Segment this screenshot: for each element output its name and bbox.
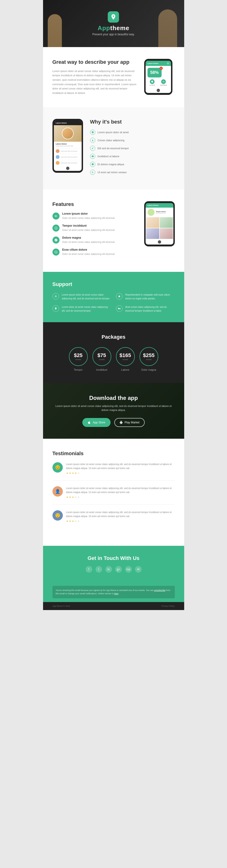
phone-home-btn-why [66, 167, 69, 170]
testimonial-avatar-1: 😊 [53, 462, 63, 473]
phone-img-screen: Labore Dolore Labore Dolore Lorem ipsum … [53, 119, 83, 173]
phone-screen: Labore Dolore 58% + [145, 61, 171, 93]
why-item-text-4: Incididunt ut labore [98, 155, 120, 158]
hero-subtitle: Present your app in beautiful way. [92, 33, 135, 36]
testimonials-section: Testimonials 😊 Lorem ipsum dolor sit ame… [43, 439, 184, 546]
why-item-text-1: Lorem ipsum dolor sit amet [98, 131, 129, 134]
stars-1: ★★★★★ [66, 472, 175, 475]
footer-copy: App theme © 2015. [53, 605, 71, 607]
testimonial-text-3: Lorem ipsum dolor sit amet conse ctatur … [66, 510, 175, 523]
phone-icon-item-1: ACTIVATE [150, 79, 155, 86]
why-item-5: Et dolore magna aliqua [90, 162, 175, 167]
feature-list-avatar [148, 209, 155, 216]
phone-content-area: 58% + ACTIVATE [145, 66, 171, 88]
playmarket-button[interactable]: Play Market [114, 418, 145, 427]
list-avatar-3 [56, 161, 60, 165]
testimonial-text-2: Lorem ipsum dolor sit amet conse ctatur … [66, 486, 175, 499]
hero-content: Apptheme Present your app in beautiful w… [92, 11, 135, 36]
why-heading: Why it's best [90, 119, 175, 125]
testimonial-avatar-2: 👤 [53, 486, 63, 497]
phone-list-item-2: Lorem ipsum dolor sit amet text [54, 154, 82, 160]
star-1-4: ★ [74, 472, 77, 475]
feature-body-2: Dolor sit amet conse ctatur adipiscing e… [62, 228, 115, 232]
icon-label-2: MAIN MENU [160, 85, 167, 86]
star-2-2: ★ [69, 496, 71, 499]
social-icons: f t in g+ rss ✉ [53, 566, 175, 572]
support-icon-4 [116, 305, 123, 312]
hero-person-right [158, 9, 177, 47]
great-body: Lorem ipsum dolor sit amet conse ctetur … [53, 69, 137, 95]
great-section: Great way to describe your app Lorem ips… [43, 47, 184, 107]
rss-icon[interactable]: rss [125, 566, 132, 572]
stars-3: ★★★★★ [66, 520, 175, 523]
package-period-4: /month [146, 359, 152, 361]
photo-cell-2 [160, 217, 173, 228]
photo-cell-3 [146, 228, 159, 239]
package-circle-2: $75 /month [92, 347, 111, 366]
linkedin-icon[interactable]: in [105, 566, 112, 572]
package-price-1: $25 [74, 352, 83, 359]
testimonial-item-3: 🙂 Lorem ipsum dolor sit amet conse ctatu… [53, 510, 175, 528]
android-icon [120, 421, 123, 424]
phone-img-header: Labore Dolore [54, 121, 82, 125]
feature-text-2: Tempor incididunt Dolor sit amet conse c… [62, 224, 115, 232]
privacy-policy-link[interactable]: Privacy Policy [161, 605, 174, 607]
star-1-3: ★ [72, 472, 74, 475]
feature-item-4: Esse cillum dolore Dolor sit amet conse … [53, 248, 137, 256]
logo-icon [110, 14, 117, 20]
page-wrapper: Apptheme Present your app in beautiful w… [43, 0, 184, 610]
phone-img-header-title: Labore Dolore [56, 122, 67, 124]
star-1-5: ★ [77, 472, 80, 475]
feature-item-2: Tempor incididunt Dolor sit amet conse c… [53, 224, 137, 232]
email-icon[interactable]: ✉ [135, 566, 141, 572]
download-section: Download the app Lorem ipsum dolor sit a… [43, 383, 184, 439]
testimonial-body-2: Lorem ipsum dolor sit amet conse ctatur … [66, 486, 175, 494]
support-icon-3 [53, 305, 59, 312]
list-text-3: Lorem ipsum dolor sit amet text [61, 162, 80, 163]
feature-title-2: Tempor incididunt [62, 224, 115, 227]
package-period-1: /month [75, 359, 81, 361]
hero-section: Apptheme Present your app in beautiful w… [43, 0, 184, 47]
appstore-button[interactable]: App Store [82, 418, 110, 427]
photo-grid [145, 217, 173, 239]
star-1-1: ★ [66, 472, 68, 475]
star-1-2: ★ [69, 472, 71, 475]
list-avatar-2 [56, 155, 60, 159]
hero-title: Apptheme [92, 25, 135, 32]
testimonial-avatar-3: 🙂 [53, 510, 63, 521]
why-item-3: Elit sed do eiusmod tempor [90, 146, 175, 151]
why-section: Labore Dolore Labore Dolore Lorem ipsum … [43, 107, 184, 189]
activate-icon [150, 79, 155, 84]
footer-note-section: You're receiving this email because you … [43, 582, 184, 602]
feature-text-4: Esse cillum dolore Dolor sit amet conse … [62, 248, 115, 256]
support-text-1: Lorem ipsum dolor sit amet conse ctatur … [62, 293, 111, 301]
star-2-4: ★ [74, 496, 77, 499]
phone-header: Labore Dolore [145, 61, 171, 66]
googleplus-icon[interactable]: g+ [115, 566, 122, 572]
why-item-text-3: Elit sed do eiusmod tempor [98, 147, 129, 150]
avatar-circle-3: 🙂 [53, 510, 63, 521]
features-section: Features Lorem ipsum dolor Dolor sit ame… [43, 189, 184, 272]
package-label-3: Labore [121, 368, 129, 371]
feature-body-1: Dolor sit amet conse ctatur adipiscing e… [62, 216, 115, 220]
star-2-3: ★ [72, 496, 74, 499]
unsubscribe-link[interactable]: unsubscribe [154, 589, 166, 591]
phone-percentage: 58% + [148, 68, 162, 78]
here-link[interactable]: here [114, 592, 118, 595]
phone-outer: Labore Dolore 58% + [144, 59, 172, 95]
twitter-icon[interactable]: t [96, 566, 102, 572]
apple-icon [88, 421, 91, 424]
feature-item-3: Dolore magna Dolor sit amet conse ctatur… [53, 236, 137, 244]
feature-icon-1 [53, 213, 60, 220]
feature-body-4: Dolor sit amet conse ctatur adipiscing e… [62, 252, 115, 256]
package-price-2: $75 [97, 352, 106, 359]
facebook-icon[interactable]: f [86, 566, 92, 572]
why-text-col: Why it's best Lorem ipsum dolor sit amet… [90, 119, 175, 178]
phone-badge: + [160, 67, 163, 70]
package-item-2: $75 /month Incididunt [92, 347, 111, 371]
feature-text-1: Lorem ipsum dolor Dolor sit amet conse c… [62, 212, 115, 220]
phone-home-btn-features [158, 240, 161, 244]
phone-card-sub: Lorem ipsum short text here [56, 145, 80, 147]
support-text-3: Lorem dolor sit amet conse ctatur adipis… [62, 305, 111, 313]
feature-text-3: Dolore magna Dolor sit amet conse ctatur… [62, 236, 115, 244]
